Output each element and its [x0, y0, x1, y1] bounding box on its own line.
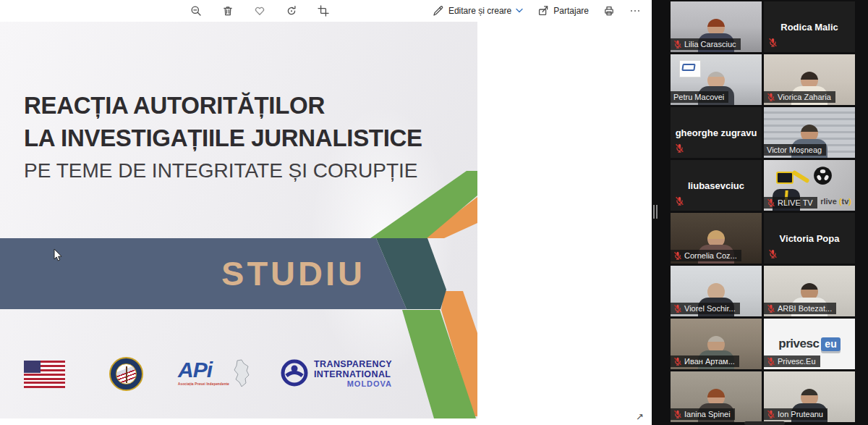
print-icon: [603, 5, 615, 17]
name-label: Иван Артам...: [671, 355, 739, 367]
name-label: Viorel Sochir...: [671, 303, 740, 314]
participant-tile-lilia-carasciuc[interactable]: Lilia Carasciuc: [671, 1, 762, 52]
share-button[interactable]: Partajare: [531, 1, 595, 21]
mic-muted-icon: [767, 198, 775, 207]
participant-tile-rlive-tv[interactable]: rlive (tv) RLIVE TV: [764, 160, 855, 211]
api-logo: APi Asociația Presei Independente: [178, 359, 250, 388]
ti-line1: TRANSPARENCY: [314, 359, 392, 369]
mic-muted-icon: [673, 40, 682, 49]
mouse-cursor: [54, 248, 63, 262]
api-logo-text: APi: [178, 359, 229, 381]
name-label: Cornelia Coz...: [671, 250, 741, 261]
participant-tile-viorica-zaharia[interactable]: Viorica Zaharia: [764, 54, 855, 105]
participant-tile-viorel-sochir[interactable]: Viorel Sochir...: [671, 266, 762, 316]
zoom-button[interactable]: [184, 1, 208, 21]
toolbar-left-group: [184, 1, 336, 21]
mic-muted-icon: [673, 304, 682, 313]
participant-tile-liubasevciuc[interactable]: liubasevciuc: [671, 160, 762, 211]
participant-tile-victoria-popa[interactable]: Victoria Popa: [764, 213, 855, 264]
rotate-icon: [286, 5, 297, 17]
participants-grid: Lilia Carasciuc Rodica Malic Petru Macov…: [671, 1, 855, 422]
name-label: Petru Macovei: [671, 91, 728, 103]
participant-tile-rodica-malic[interactable]: Rodica Malic: [764, 1, 855, 52]
name-label: Lilia Carasciuc: [671, 38, 741, 50]
mic-muted-icon: [767, 93, 775, 101]
photos-toolbar: Editare și creare Partajare: [0, 0, 652, 22]
participant-tile-gheorghe-zugravu[interactable]: gheorghe zugravu: [671, 107, 762, 158]
participant-tile-privesc-eu[interactable]: privesc eu Privesc.Eu: [764, 319, 855, 369]
participant-tile-ianina-spinei[interactable]: Ianina Spinei: [671, 371, 762, 422]
screen: Editare și creare Partajare: [0, 0, 868, 425]
edit-create-button[interactable]: Editare și creare: [426, 1, 529, 21]
mic-muted-icon: [673, 410, 682, 418]
privesc-logo: privesc eu: [778, 337, 840, 351]
name-label: Ion Pruteanu: [764, 408, 827, 420]
us-flag-logo: [24, 361, 65, 388]
mic-muted-icon: [673, 357, 682, 366]
mic-muted-icon: [768, 38, 778, 47]
mic-muted-icon: [675, 196, 684, 206]
chevron-down-icon: [516, 8, 523, 14]
rlive-brand: rlive (tv): [820, 197, 851, 206]
name-label: Ianina Spinei: [671, 408, 735, 420]
name-label: Victor Moșneag: [764, 144, 826, 156]
slide-subtitle: PE TEME DE INTEGRITATE ȘI CORUPȚIE: [24, 159, 418, 182]
edit-create-icon: [433, 5, 444, 17]
favorite-button[interactable]: [247, 1, 272, 21]
name-label: Viorica Zaharia: [764, 91, 835, 103]
share-label: Partajare: [553, 6, 589, 16]
crop-button[interactable]: [311, 1, 336, 21]
participant-tile-cornelia-coz[interactable]: Cornelia Coz...: [671, 213, 762, 264]
name-label: ARBI Botezat...: [764, 303, 836, 314]
print-button[interactable]: [597, 1, 621, 21]
photos-app: Editare și creare Partajare: [0, 0, 652, 425]
participant-tile-petru-macovei-active-speaker[interactable]: Petru Macovei: [671, 54, 762, 105]
more-icon: [629, 5, 641, 17]
rotate-button[interactable]: [279, 1, 304, 21]
toolbar-right-group: Editare și creare Partajare: [426, 1, 647, 21]
panel-drag-handle[interactable]: [653, 205, 658, 219]
participants-panel: Lilia Carasciuc Rodica Malic Petru Macov…: [652, 0, 868, 425]
crop-icon: [318, 5, 329, 17]
more-button[interactable]: [623, 1, 647, 21]
heart-icon: [254, 5, 265, 17]
ti-line2: INTERNATIONAL: [314, 369, 391, 379]
edit-create-label: Editare și creare: [448, 6, 511, 16]
zoom-icon: [190, 5, 202, 17]
participant-tile-ion-pruteanu[interactable]: Ion Pruteanu: [764, 371, 855, 422]
name-label: RLIVE TV: [764, 197, 817, 209]
embassy-seal-logo: [109, 357, 143, 391]
delete-button[interactable]: [216, 1, 240, 21]
mic-muted-icon: [767, 410, 775, 418]
participant-tile-arbi-botezat[interactable]: ARBI Botezat...: [764, 266, 855, 316]
ti-circle-mark: [281, 359, 308, 387]
presentation-slide: REACȚIA AUTORITĂȚILOR LA INVESTIGAȚIILE …: [0, 22, 477, 418]
name-label: Privesc.Eu: [764, 355, 820, 367]
api-logo-subtext: Asociația Presei Independente: [178, 382, 229, 386]
mic-muted-icon: [673, 251, 682, 260]
mic-muted-icon: [675, 143, 684, 153]
participant-tile-ivan-artam[interactable]: Иван Артам...: [671, 319, 762, 369]
ti-line3: MOLDOVA: [347, 379, 392, 389]
participant-tile-victor-mosneag[interactable]: Victor Moșneag: [764, 107, 855, 158]
moldova-map-outline: [231, 359, 250, 388]
obs-logo: [813, 166, 833, 185]
slide-title-line2: LA INVESTIGAȚIILE JURNALISTICE: [24, 125, 422, 152]
slide-title-line1: REACȚIA AUTORITĂȚILOR: [24, 92, 325, 119]
mic-muted-icon: [767, 357, 775, 366]
panel-scroll-pill[interactable]: [744, 421, 785, 425]
logos-row: APi Asociația Presei Independente TRANSP: [0, 355, 405, 401]
resize-arrow-icon[interactable]: ↗: [636, 411, 644, 422]
delete-icon: [222, 5, 234, 17]
transparency-international-logo: TRANSPARENCY INTERNATIONAL MOLDOVA: [281, 359, 392, 389]
mic-muted-icon: [768, 249, 778, 258]
share-icon: [537, 5, 549, 17]
mic-muted-icon: [767, 304, 775, 313]
